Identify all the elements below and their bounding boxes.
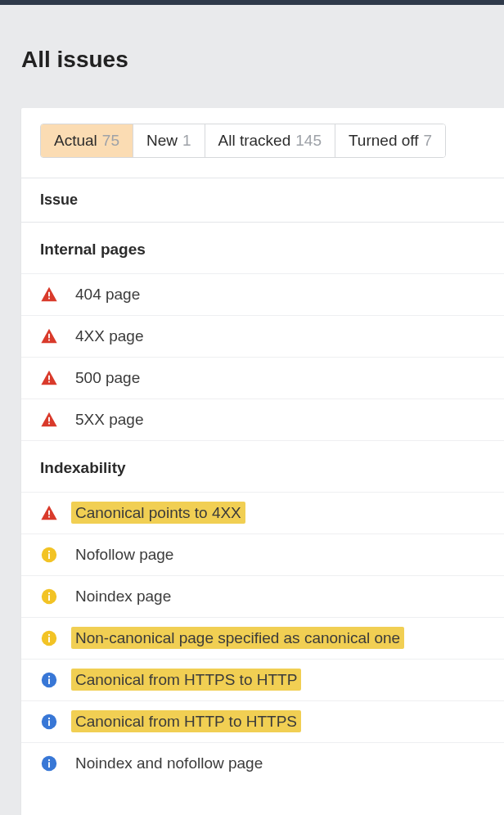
issue-label: 5XX page (71, 408, 147, 430)
issue-label: 404 page (71, 283, 144, 305)
info-icon (40, 671, 58, 689)
group-header: Indexability (21, 440, 504, 492)
tab-new[interactable]: New 1 (133, 124, 205, 157)
svg-rect-17 (48, 633, 50, 635)
svg-rect-5 (48, 380, 50, 382)
issue-row[interactable]: 5XX page (21, 398, 504, 440)
issue-row[interactable]: Noindex and nofollow page (21, 742, 504, 784)
issue-label: Canonical from HTTPS to HTTP (71, 669, 301, 691)
tab-all-tracked[interactable]: All tracked 145 (205, 124, 335, 157)
tab-turned-off[interactable]: Turned off 7 (335, 124, 445, 157)
issue-label: Canonical from HTTP to HTTPS (71, 710, 301, 732)
svg-rect-26 (48, 759, 50, 760)
svg-rect-12 (48, 553, 50, 559)
tab-actual[interactable]: Actual 75 (41, 124, 133, 157)
issue-label: 4XX page (71, 325, 147, 347)
issue-label-wrap: Non-canonical page specified as canonica… (71, 629, 404, 647)
svg-rect-7 (48, 422, 50, 424)
issue-label-wrap: Canonical points to 4XX (71, 504, 245, 522)
issue-label: 500 page (71, 367, 144, 389)
error-icon (40, 286, 58, 304)
window-topbar (0, 0, 504, 5)
error-icon (40, 504, 58, 522)
warning-icon (40, 629, 58, 647)
issue-row[interactable]: Non-canonical page specified as canonica… (21, 617, 504, 659)
issue-label-wrap: 404 page (71, 286, 144, 304)
issue-row[interactable]: Canonical points to 4XX (21, 492, 504, 534)
issue-label: Canonical points to 4XX (71, 502, 245, 524)
svg-rect-15 (48, 595, 50, 601)
issue-label: Nofollow page (71, 543, 178, 565)
error-icon (40, 369, 58, 387)
svg-rect-24 (48, 720, 50, 726)
issues-panel: Actual 75 New 1 All tracked 145 Turned o… (21, 108, 504, 816)
group-header: Internal pages (21, 223, 504, 273)
tab-label: New (146, 132, 178, 150)
issue-label: Non-canonical page specified as canonica… (71, 627, 404, 649)
issue-label-wrap: 500 page (71, 369, 144, 387)
filter-tabs: Actual 75 New 1 All tracked 145 Turned o… (40, 124, 446, 158)
svg-rect-23 (48, 717, 50, 718)
issue-label: Noindex page (71, 585, 175, 607)
tab-count: 145 (295, 132, 322, 150)
svg-rect-4 (48, 375, 50, 380)
issue-groups: Internal pages404 page4XX page500 page5X… (21, 223, 504, 784)
issue-row[interactable]: 500 page (21, 357, 504, 398)
issue-label: Noindex and nofollow page (71, 752, 267, 774)
issue-row[interactable]: Noindex page (21, 575, 504, 617)
svg-rect-20 (48, 675, 50, 677)
issue-label-wrap: 4XX page (71, 327, 147, 345)
tabs-container: Actual 75 New 1 All tracked 145 Turned o… (21, 108, 504, 158)
tab-count: 7 (424, 132, 433, 150)
issue-row[interactable]: 404 page (21, 273, 504, 315)
svg-rect-1 (48, 297, 50, 299)
column-header-issue: Issue (21, 178, 504, 223)
svg-rect-3 (48, 339, 50, 340)
svg-rect-9 (48, 516, 50, 517)
error-icon (40, 327, 58, 345)
issue-label-wrap: Noindex and nofollow page (71, 754, 267, 772)
warning-icon (40, 588, 58, 606)
svg-rect-0 (48, 291, 50, 296)
tab-count: 1 (182, 132, 191, 150)
tab-label: All tracked (218, 132, 291, 150)
info-icon (40, 754, 58, 772)
svg-rect-18 (48, 637, 50, 642)
tab-label: Turned off (349, 132, 419, 150)
svg-rect-8 (48, 510, 50, 515)
page-title: All issues (0, 20, 504, 92)
error-icon (40, 411, 58, 429)
svg-rect-6 (48, 417, 50, 421)
svg-rect-27 (48, 762, 50, 768)
info-icon (40, 713, 58, 731)
tab-label: Actual (54, 132, 97, 150)
issue-row[interactable]: Canonical from HTTPS to HTTP (21, 659, 504, 700)
warning-icon (40, 546, 58, 564)
issue-row[interactable]: 4XX page (21, 315, 504, 357)
svg-rect-2 (48, 333, 50, 338)
svg-rect-21 (48, 678, 50, 684)
issue-label-wrap: Nofollow page (71, 546, 178, 564)
issue-row[interactable]: Canonical from HTTP to HTTPS (21, 700, 504, 742)
issue-label-wrap: Canonical from HTTP to HTTPS (71, 713, 301, 731)
issue-label-wrap: Noindex page (71, 588, 175, 606)
svg-rect-11 (48, 550, 50, 552)
issue-label-wrap: 5XX page (71, 411, 147, 429)
tab-count: 75 (102, 132, 119, 150)
svg-rect-14 (48, 592, 50, 593)
issue-row[interactable]: Nofollow page (21, 534, 504, 575)
issue-label-wrap: Canonical from HTTPS to HTTP (71, 671, 301, 689)
